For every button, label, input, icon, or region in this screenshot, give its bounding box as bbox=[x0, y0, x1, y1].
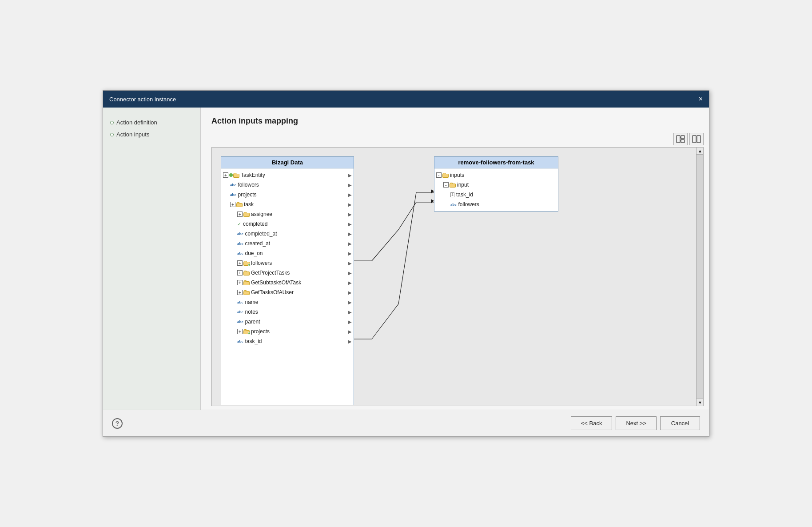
layout-btn-1[interactable] bbox=[673, 133, 688, 145]
row-arrow[interactable]: ▶ bbox=[348, 339, 352, 344]
row-arrow[interactable]: ▶ bbox=[348, 319, 352, 324]
row-arrow[interactable]: ▶ bbox=[348, 290, 352, 295]
svg-rect-9 bbox=[244, 213, 250, 216]
tree-label: name bbox=[245, 299, 346, 305]
toolbar bbox=[201, 131, 709, 147]
row-arrow[interactable]: ▶ bbox=[348, 300, 352, 305]
left-tree-body: + TaskEntity ▶ ab bbox=[221, 168, 354, 348]
tree-row: abc notes ▶ bbox=[221, 307, 354, 317]
layout-icon-1 bbox=[676, 135, 685, 143]
svg-rect-1 bbox=[681, 136, 685, 139]
row-arrow[interactable]: ▶ bbox=[348, 222, 352, 227]
right-panel-header: remove-followers-from-task bbox=[434, 157, 558, 168]
connector-action-instance-dialog: Connector action instance × Action defin… bbox=[103, 90, 709, 437]
expand-icon[interactable]: + bbox=[237, 329, 243, 334]
tree-row: + GetSubtasksOfATask ▶ bbox=[221, 278, 354, 287]
tree-label: followers bbox=[251, 260, 346, 266]
tree-row: + followers ▶ bbox=[221, 258, 354, 268]
svg-rect-13 bbox=[244, 291, 250, 295]
tree-row: 1 task_id bbox=[434, 190, 558, 200]
svg-rect-11 bbox=[244, 271, 250, 275]
row-arrow[interactable]: ▶ bbox=[348, 280, 352, 285]
expand-icon[interactable]: + bbox=[237, 212, 243, 217]
svg-rect-0 bbox=[677, 136, 680, 143]
tree-row: - inputs bbox=[434, 170, 558, 180]
expand-icon[interactable]: + bbox=[237, 290, 243, 295]
row-arrow[interactable]: ▶ bbox=[348, 261, 352, 266]
tree-row: + TaskEntity ▶ bbox=[221, 170, 354, 180]
row-arrow[interactable]: ▶ bbox=[348, 212, 352, 217]
abc-icon: abc bbox=[237, 241, 243, 246]
row-arrow[interactable]: ▶ bbox=[348, 310, 352, 315]
tree-row: abc name ▶ bbox=[221, 297, 354, 307]
tree-label: due_on bbox=[245, 250, 346, 256]
abc-icon: abc bbox=[237, 310, 243, 314]
main-header: Action inputs mapping bbox=[201, 108, 709, 131]
tree-row: abc parent ▶ bbox=[221, 317, 354, 327]
tree-row: ✓ completed ▶ bbox=[221, 219, 354, 229]
svg-rect-12 bbox=[244, 281, 250, 285]
scroll-down-btn[interactable]: ▼ bbox=[697, 399, 704, 406]
next-button[interactable]: Next >> bbox=[616, 416, 657, 430]
expand-icon[interactable]: + bbox=[237, 280, 243, 285]
tree-label: notes bbox=[245, 309, 346, 315]
mapping-area: ▲ ▼ Bizagi Data + bbox=[211, 147, 704, 406]
cancel-button[interactable]: Cancel bbox=[660, 416, 700, 430]
row-arrow[interactable]: ▶ bbox=[348, 329, 352, 334]
row-arrow[interactable]: ▶ bbox=[348, 232, 352, 236]
left-tree-panel: Bizagi Data + TaskEntity bbox=[221, 156, 354, 405]
row-arrow[interactable]: ▶ bbox=[348, 192, 352, 197]
row-arrow[interactable]: ▶ bbox=[348, 251, 352, 256]
expand-icon[interactable]: - bbox=[443, 182, 449, 188]
abc-icon: abc bbox=[237, 232, 243, 236]
tree-row: abc projects ▶ bbox=[221, 190, 354, 200]
help-button[interactable]: ? bbox=[112, 418, 123, 429]
abc-icon: abc bbox=[237, 300, 243, 304]
scrollbar-right[interactable]: ▲ ▼ bbox=[696, 148, 703, 406]
svg-rect-20 bbox=[450, 184, 456, 187]
row-arrow[interactable]: ▶ bbox=[348, 183, 352, 188]
layout-btn-2[interactable] bbox=[689, 133, 704, 145]
svg-rect-6 bbox=[697, 136, 701, 143]
sidebar-label-action-inputs: Action inputs bbox=[116, 131, 149, 138]
tree-row: abc due_on ▶ bbox=[221, 248, 354, 258]
expand-icon[interactable]: + bbox=[237, 260, 243, 266]
page-title: Action inputs mapping bbox=[211, 116, 698, 126]
expand-icon[interactable]: - bbox=[436, 172, 442, 178]
abc-icon: abc bbox=[237, 319, 243, 324]
sidebar-item-action-definition[interactable]: Action definition bbox=[110, 116, 193, 128]
row-arrow[interactable]: ▶ bbox=[348, 202, 352, 207]
expand-icon[interactable]: + bbox=[237, 270, 243, 275]
folder-icon bbox=[243, 290, 250, 295]
scroll-up-btn[interactable]: ▲ bbox=[697, 148, 704, 155]
right-tree-body: - inputs - input bbox=[434, 168, 558, 211]
tree-row: abc followers ▶ bbox=[221, 180, 354, 190]
close-button[interactable]: × bbox=[699, 96, 703, 103]
row-arrow[interactable]: ▶ bbox=[348, 241, 352, 246]
tree-row: + GetTasksOfAUser ▶ bbox=[221, 287, 354, 297]
back-button[interactable]: << Back bbox=[571, 416, 613, 430]
folder-icon bbox=[442, 173, 449, 178]
row-arrow[interactable]: ▶ bbox=[348, 271, 352, 275]
svg-rect-7 bbox=[234, 174, 239, 177]
svg-rect-19 bbox=[443, 174, 449, 177]
footer-left: ? bbox=[112, 418, 123, 429]
sidebar-item-action-inputs[interactable]: Action inputs bbox=[110, 128, 193, 140]
tree-label: task_id bbox=[456, 192, 556, 198]
folder-icon bbox=[243, 212, 250, 217]
left-panel-header: Bizagi Data bbox=[221, 157, 354, 168]
sidebar-dot-2 bbox=[110, 133, 114, 136]
expand-icon[interactable]: + bbox=[230, 202, 235, 207]
dialog-title: Connector action instance bbox=[109, 96, 176, 103]
title-bar: Connector action instance × bbox=[103, 91, 709, 108]
tree-row: + assignee ▶ bbox=[221, 209, 354, 219]
sidebar: Action definition Action inputs bbox=[103, 108, 201, 410]
tree-label: followers bbox=[458, 201, 557, 208]
num-icon: 1 bbox=[450, 192, 454, 197]
footer-right: << Back Next >> Cancel bbox=[571, 416, 700, 430]
dialog-body: Action definition Action inputs Action i… bbox=[103, 108, 709, 410]
layout-icon-2 bbox=[692, 135, 701, 143]
footer: ? << Back Next >> Cancel bbox=[103, 410, 709, 436]
row-arrow[interactable]: ▶ bbox=[348, 173, 352, 178]
expand-icon[interactable]: + bbox=[223, 172, 228, 178]
